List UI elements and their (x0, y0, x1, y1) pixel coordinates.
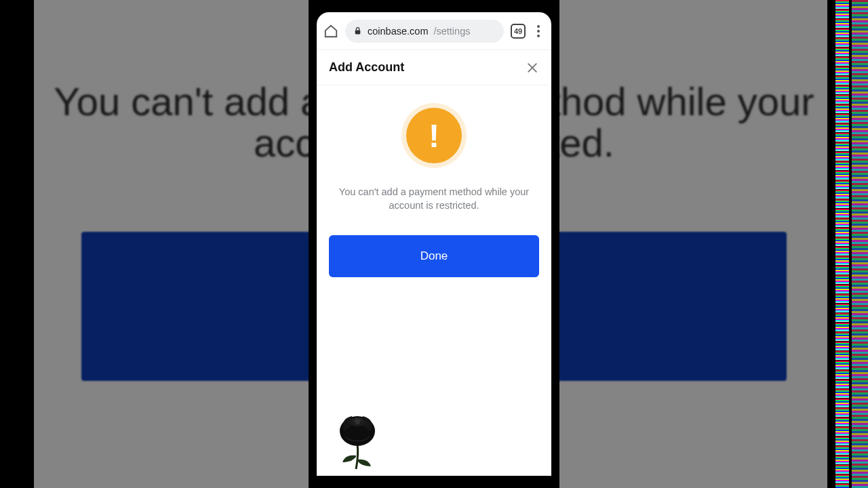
svg-rect-0 (355, 30, 361, 34)
phone-frame: coinbase.com/settings 49 Add Account ! Y… (309, 0, 559, 488)
done-button[interactable]: Done (329, 235, 539, 277)
url-domain: coinbase.com (368, 26, 428, 37)
browser-menu-icon[interactable] (532, 25, 545, 37)
url-path: /settings (433, 26, 470, 37)
modal-title: Add Account (329, 60, 404, 75)
warning-message: You can't add a payment method while you… (332, 186, 536, 212)
warning-icon: ! (406, 108, 462, 163)
home-icon[interactable] (323, 24, 338, 39)
svg-point-2 (355, 419, 360, 424)
video-artifact-strip (835, 0, 849, 488)
close-button[interactable] (526, 61, 539, 75)
warning-icon-wrap: ! (401, 103, 467, 168)
url-bar[interactable]: coinbase.com/settings (345, 20, 504, 43)
gesture-handle (547, 66, 551, 155)
modal-header: Add Account (317, 50, 551, 85)
tab-count-button[interactable]: 49 (511, 24, 526, 39)
lock-icon (353, 26, 362, 35)
video-artifact-strip-2 (852, 0, 868, 488)
browser-chrome: coinbase.com/settings 49 (317, 12, 551, 50)
phone-screen: coinbase.com/settings 49 Add Account ! Y… (317, 12, 551, 476)
avatar (317, 397, 398, 476)
